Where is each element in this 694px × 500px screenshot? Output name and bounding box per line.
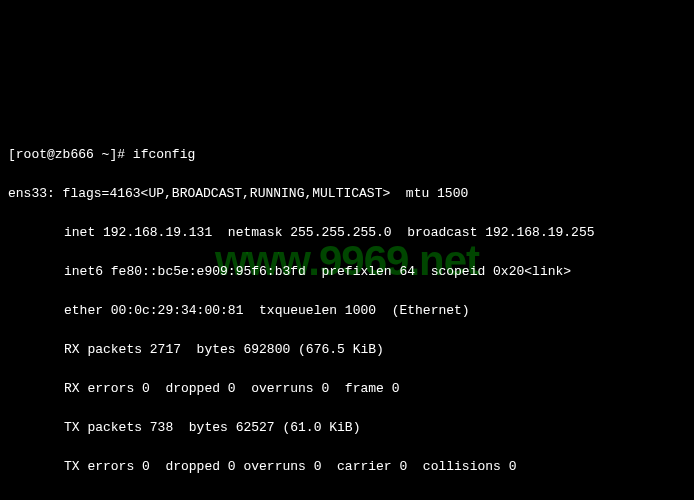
- iface-line: TX errors 0 dropped 0 overruns 0 carrier…: [8, 457, 686, 477]
- terminal-output: [root@zb666 ~]# ifconfig ens33: flags=41…: [8, 125, 686, 500]
- iface-line: RX errors 0 dropped 0 overruns 0 frame 0: [8, 379, 686, 399]
- iface-line: RX packets 2717 bytes 692800 (676.5 KiB): [8, 340, 686, 360]
- iface-line: inet6 fe80::bc5e:e909:95f6:b3fd prefixle…: [8, 262, 686, 282]
- iface-line: inet 192.168.19.131 netmask 255.255.255.…: [8, 223, 686, 243]
- iface-line: TX packets 738 bytes 62527 (61.0 KiB): [8, 418, 686, 438]
- shell-prompt: [root@zb666 ~]#: [8, 147, 133, 162]
- iface-header: ens33: flags=4163<UP,BROADCAST,RUNNING,M…: [8, 184, 686, 204]
- blank-line: [8, 496, 686, 501]
- prompt-line: [root@zb666 ~]# ifconfig: [8, 145, 686, 165]
- command-text: ifconfig: [133, 147, 195, 162]
- iface-line: ether 00:0c:29:34:00:81 txqueuelen 1000 …: [8, 301, 686, 321]
